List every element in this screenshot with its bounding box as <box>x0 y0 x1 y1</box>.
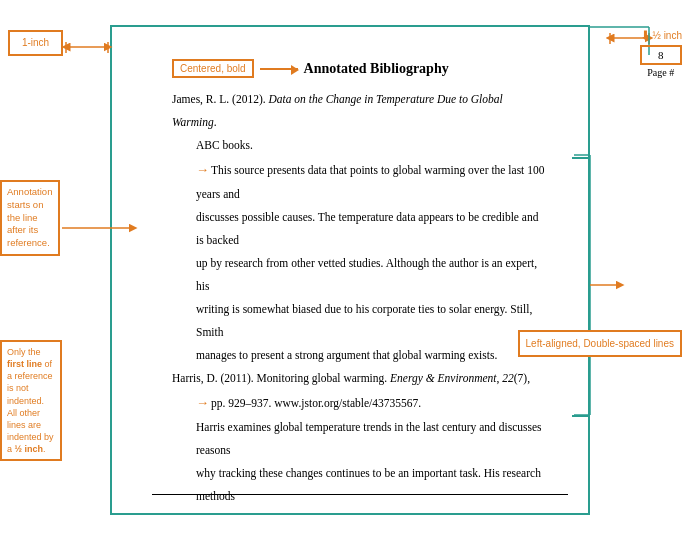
bottom-line <box>152 494 568 495</box>
annotation-1: →This source presents data that points t… <box>172 157 548 367</box>
annotation-starts-label: Annotation starts on the line after its … <box>0 180 60 256</box>
down-arrow-icon: ⬇ <box>640 28 651 43</box>
bibliography-title: Annotated Bibliography <box>304 61 449 77</box>
ann2-line2: why tracking these changes continues to … <box>196 462 548 508</box>
ann1-line5: manages to present a strong argument tha… <box>196 344 548 367</box>
indent-label: Only the first line of a reference is no… <box>0 340 62 461</box>
page-wrapper: Centered, bold Annotated Bibliography Ja… <box>0 0 700 541</box>
centered-bold-label: Centered, bold <box>172 59 254 78</box>
ref2-citation-line2: →pp. 929–937. www.jstor.org/stable/43735… <box>172 390 548 416</box>
page-label: Page # <box>640 67 682 78</box>
ann1-line4: writing is somewhat biased due to his co… <box>196 298 548 344</box>
ann1-line1: →This source presents data that points t… <box>196 157 548 206</box>
ref1-publisher: . <box>214 116 217 128</box>
top-right-labels: ⬇ ½ inch 8 Page # <box>640 28 682 78</box>
ref1-citation: James, R. L. (2012). Data on the Change … <box>172 88 548 134</box>
title-line: Centered, bold Annotated Bibliography <box>172 59 548 78</box>
ref2-journal: Energy & Environment <box>390 372 496 384</box>
ref2-vol: 22 <box>502 372 514 384</box>
ann2-line1: Harris examines global temperature trend… <box>196 416 548 462</box>
page-number-box: 8 <box>640 45 682 65</box>
right-alignment-label: Left-aligned, Double-spaced lines <box>518 330 682 357</box>
ann1-line3: up by research from other vetted studies… <box>196 252 548 298</box>
ref1-publisher-line: ABC books. <box>172 134 548 157</box>
one-inch-label: 1-inch <box>8 30 63 56</box>
reference-1: James, R. L. (2012). Data on the Change … <box>172 88 548 157</box>
half-inch-text: ½ inch <box>653 30 682 41</box>
arrow-icon-1: → <box>196 162 209 177</box>
document-page: Centered, bold Annotated Bibliography Ja… <box>110 25 590 515</box>
ref2-citation-line1: Harris, D. (2011). Monitoring global war… <box>172 367 548 390</box>
right-bracket-decoration <box>572 157 590 417</box>
arrow-icon-2: → <box>196 395 209 410</box>
one-inch-text: 1-inch <box>22 37 49 48</box>
annotation-text-label: Annotation starts on the line after its … <box>7 186 52 248</box>
indent-text-label: Only the first line of a reference is no… <box>7 347 54 454</box>
ref1-author: James, R. L. (2012). <box>172 93 268 105</box>
ann1-line2: discusses possible causes. The temperatu… <box>196 206 548 252</box>
page-number: 8 <box>658 49 664 61</box>
half-inch-label: ⬇ ½ inch <box>640 28 682 43</box>
reference-2: Harris, D. (2011). Monitoring global war… <box>172 367 548 416</box>
